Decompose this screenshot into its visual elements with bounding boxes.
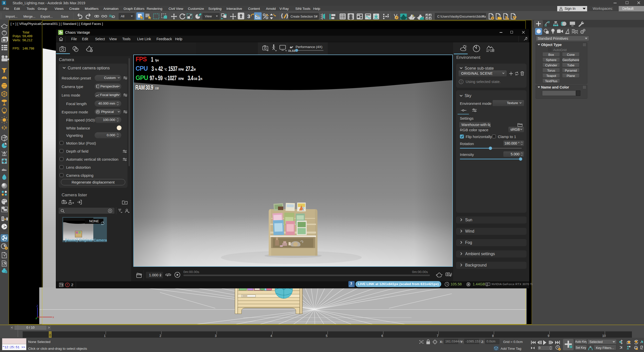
svg-text:Z: Z [36, 304, 38, 307]
svg-text:3: 3 [3, 1, 5, 5]
svg-text:2: 2 [302, 206, 305, 211]
svg-text:y: y [35, 317, 37, 320]
